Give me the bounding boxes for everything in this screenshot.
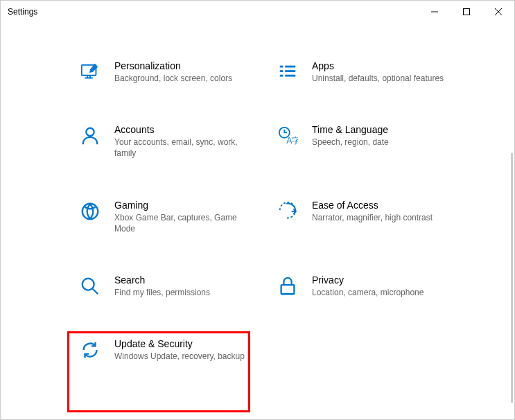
tile-desc: Background, lock screen, colors	[114, 73, 258, 84]
tile-desc: Xbox Game Bar, captures, Game Mode	[114, 212, 258, 234]
svg-rect-5	[285, 70, 295, 72]
category-update-security[interactable]: Update & Security Windows Update, recove…	[77, 335, 261, 365]
category-personalization[interactable]: Personalization Background, lock screen,…	[77, 58, 261, 87]
tile-desc: Speech, region, date	[312, 137, 455, 148]
svg-point-12	[82, 279, 94, 290]
category-privacy[interactable]: Privacy Location, camera, microphone	[274, 272, 458, 301]
tile-title: Privacy	[312, 274, 455, 286]
tile-title: Time & Language	[312, 124, 455, 135]
tile-desc: Uninstall, defaults, optional features	[312, 73, 455, 84]
gaming-icon	[80, 201, 102, 222]
tile-title: Gaming	[114, 200, 258, 211]
titlebar: Settings	[1, 1, 514, 23]
apps-icon	[277, 62, 299, 82]
tile-title: Apps	[312, 60, 455, 71]
svg-point-8	[86, 128, 94, 136]
close-button[interactable]	[482, 1, 514, 23]
svg-text:A字: A字	[286, 136, 298, 146]
category-apps[interactable]: Apps Uninstall, defaults, optional featu…	[274, 58, 458, 87]
category-gaming[interactable]: Gaming Xbox Game Bar, captures, Game Mod…	[77, 197, 261, 237]
tile-title: Accounts	[114, 124, 258, 135]
category-ease-of-access[interactable]: Ease of Access Narrator, magnifier, high…	[274, 197, 458, 237]
svg-rect-7	[285, 75, 295, 77]
ease-of-access-icon	[277, 201, 299, 222]
category-time-language[interactable]: A字 Time & Language Speech, region, date	[274, 121, 458, 161]
maximize-button[interactable]	[451, 1, 482, 23]
window-title: Settings	[8, 7, 37, 17]
svg-rect-0	[464, 9, 470, 15]
tile-desc: Find my files, permissions	[114, 287, 258, 298]
svg-rect-2	[280, 66, 283, 68]
tile-desc: Your accounts, email, sync, work, family	[114, 137, 258, 159]
settings-content: Personalization Background, lock screen,…	[1, 23, 514, 378]
time-language-icon: A字	[277, 125, 299, 146]
minimize-button[interactable]	[419, 1, 451, 23]
search-icon	[80, 276, 102, 297]
personalization-icon	[80, 62, 102, 82]
accounts-icon	[80, 125, 102, 146]
tile-desc: Windows Update, recovery, backup	[114, 351, 258, 362]
svg-rect-13	[281, 285, 295, 294]
tile-title: Update & Security	[114, 338, 258, 349]
svg-point-11	[82, 203, 98, 219]
svg-rect-6	[280, 75, 283, 77]
svg-rect-4	[280, 70, 283, 72]
scrollbar[interactable]	[511, 153, 513, 403]
update-security-icon	[80, 340, 102, 360]
svg-rect-3	[285, 66, 295, 68]
category-search[interactable]: Search Find my files, permissions	[77, 272, 261, 301]
category-grid: Personalization Background, lock screen,…	[77, 58, 473, 365]
tile-desc: Location, camera, microphone	[312, 287, 455, 298]
tile-title: Search	[114, 274, 258, 286]
privacy-icon	[277, 276, 299, 297]
window-controls	[419, 1, 514, 23]
tile-title: Personalization	[114, 60, 258, 71]
tile-title: Ease of Access	[312, 200, 455, 211]
tile-desc: Narrator, magnifier, high contrast	[312, 212, 455, 223]
category-accounts[interactable]: Accounts Your accounts, email, sync, wor…	[77, 121, 261, 161]
